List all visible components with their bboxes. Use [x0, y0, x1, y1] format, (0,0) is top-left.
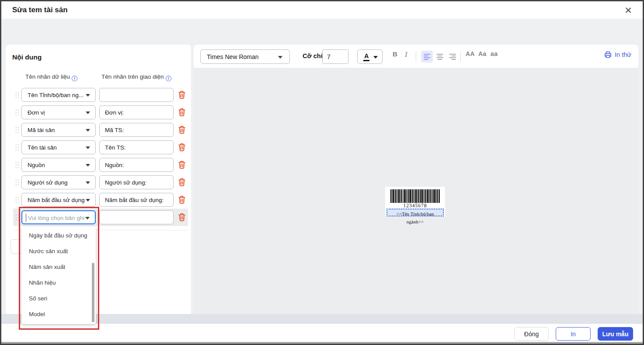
- data-label-select[interactable]: Đơn vị: [21, 105, 96, 119]
- selected-field-element[interactable]: <<Tên Tỉnh/bộ/ban ngành>>: [386, 209, 444, 216]
- select-value: Tên tài sản: [28, 144, 57, 151]
- ui-label-input[interactable]: [99, 88, 174, 102]
- drag-handle-icon[interactable]: [14, 126, 19, 134]
- select-value: Tên Tỉnh/bộ/ban ng...: [28, 92, 84, 98]
- trash-icon[interactable]: [177, 178, 187, 187]
- column-header-ui-label: Tên nhãn trên giao diệni: [101, 73, 171, 81]
- uppercase-button[interactable]: AA: [466, 50, 475, 57]
- label-card: 12345678 <<Tên Tỉnh/bộ/ban ngành>>: [385, 187, 445, 216]
- font-size-input[interactable]: [322, 49, 348, 64]
- italic-button[interactable]: I: [405, 50, 407, 59]
- trash-icon[interactable]: [177, 160, 187, 170]
- align-center-button[interactable]: [434, 51, 446, 63]
- close-icon[interactable]: ✕: [622, 4, 635, 17]
- ui-label-input[interactable]: [99, 158, 174, 172]
- bold-button[interactable]: B: [393, 50, 397, 58]
- chevron-down-icon: [86, 112, 90, 114]
- trash-icon[interactable]: [177, 195, 187, 205]
- font-color-letter: A: [363, 52, 369, 61]
- trash-icon[interactable]: [177, 143, 187, 152]
- record-dropdown-list: Ngày bắt đầu sử dụng Nước sản xuất Năm s…: [21, 227, 96, 324]
- ui-label-input[interactable]: [99, 140, 174, 154]
- drag-handle-icon[interactable]: [14, 161, 19, 169]
- field-row: Tên tài sản: [6, 140, 191, 154]
- dropdown-option[interactable]: Nhãn hiệu: [21, 275, 96, 291]
- field-row: Mã tài sản: [6, 123, 191, 137]
- font-color-button[interactable]: A: [357, 49, 383, 64]
- drag-handle-icon[interactable]: [14, 91, 19, 99]
- data-label-select[interactable]: Năm bắt đầu sử dụng: [21, 193, 96, 207]
- drag-handle-icon[interactable]: [14, 108, 19, 117]
- select-value: Người sử dụng: [28, 179, 67, 186]
- data-label-select[interactable]: Tên Tỉnh/bộ/ban ng...: [21, 88, 96, 102]
- data-label-select[interactable]: Người sử dụng: [21, 175, 96, 189]
- toolbar-divider: [416, 51, 416, 62]
- data-label-select-open[interactable]: Vui lòng chọn bản ghi: [21, 210, 96, 224]
- chevron-down-icon: [86, 181, 90, 184]
- field-row: Tên Tỉnh/bộ/ban ng...: [6, 88, 191, 102]
- dialog-title: Sửa tem tài sản: [12, 6, 68, 14]
- trash-icon[interactable]: [177, 125, 187, 135]
- drag-handle-icon[interactable]: [14, 178, 19, 187]
- dropdown-option[interactable]: Số seri: [21, 291, 96, 307]
- trash-icon[interactable]: [177, 213, 187, 222]
- chevron-down-icon: [86, 129, 90, 132]
- chevron-down-icon: [85, 217, 90, 220]
- data-label-select[interactable]: Mã tài sản: [21, 123, 96, 137]
- field-row: Năm bắt đầu sử dụng: [6, 193, 191, 207]
- label-preview-area: 12345678 <<Tên Tỉnh/bộ/ban ngành>>: [194, 68, 638, 332]
- content-panel: Nội dung Tên nhãn dữ liệui Tên nhãn trên…: [6, 45, 191, 332]
- field-row-active: Vui lòng chọn bản ghi: [6, 210, 191, 224]
- drag-handle-icon[interactable]: [14, 143, 19, 152]
- drag-handle-icon[interactable]: [14, 196, 19, 204]
- dropdown-option[interactable]: Ngày bắt đầu sử dụng: [21, 228, 96, 244]
- toolbar-divider: [460, 51, 461, 62]
- chevron-down-icon: [373, 56, 378, 59]
- info-icon[interactable]: i: [166, 76, 171, 81]
- text-cursor: [26, 214, 26, 222]
- capitalize-button[interactable]: Aa: [478, 50, 487, 57]
- select-value: Mã tài sản: [28, 127, 55, 133]
- trash-icon[interactable]: [177, 90, 187, 100]
- column-header-text: Tên nhãn dữ liệu: [25, 73, 70, 80]
- ui-label-input[interactable]: [99, 193, 174, 207]
- align-left-button[interactable]: [421, 51, 433, 63]
- chevron-down-icon: [86, 199, 90, 202]
- ui-label-input[interactable]: [99, 175, 174, 189]
- info-icon[interactable]: i: [72, 76, 77, 81]
- trash-icon[interactable]: [177, 108, 187, 117]
- footer-separator: [1, 314, 643, 324]
- lowercase-button[interactable]: aa: [491, 50, 498, 57]
- drag-handle-icon[interactable]: [14, 213, 19, 222]
- ui-label-input[interactable]: [99, 210, 174, 224]
- ui-label-input[interactable]: [99, 105, 174, 119]
- dialog-titlebar: Sửa tem tài sản ✕: [1, 1, 643, 19]
- dropdown-scrollbar[interactable]: [92, 263, 94, 322]
- column-header-data-label: Tên nhãn dữ liệui: [25, 73, 77, 81]
- section-title: Nội dung: [12, 53, 42, 61]
- font-family-select[interactable]: Times New Roman: [200, 49, 290, 64]
- dropdown-option[interactable]: Model: [21, 307, 96, 322]
- dropdown-option[interactable]: Năm sản xuất: [21, 259, 96, 275]
- dropdown-option[interactable]: Nước sản xuất: [21, 244, 96, 259]
- field-tag-text: <<Tên Tỉnh/bộ/ban ngành>>: [397, 211, 434, 224]
- close-button[interactable]: Đóng: [514, 327, 549, 341]
- data-label-select[interactable]: Tên tài sản: [21, 140, 96, 154]
- save-template-button[interactable]: Lưu mẫu: [598, 327, 633, 341]
- select-value: Times New Roman: [207, 53, 259, 60]
- preview-panel: Times New Roman Cỡ chữ A B I: [194, 45, 638, 332]
- print-button[interactable]: In: [556, 327, 591, 341]
- field-row: Nguồn: [6, 158, 191, 172]
- add-row-button[interactable]: [10, 239, 23, 254]
- chevron-down-icon: [86, 146, 90, 149]
- select-value: Năm bắt đầu sử dụng: [28, 197, 85, 203]
- print-test-link[interactable]: In thử: [604, 51, 631, 58]
- data-label-select[interactable]: Nguồn: [21, 158, 96, 172]
- align-right-button[interactable]: [446, 51, 458, 63]
- ui-label-input[interactable]: [99, 123, 174, 137]
- printer-icon: [604, 51, 612, 58]
- chevron-down-icon: [278, 56, 282, 59]
- barcode-image[interactable]: [390, 189, 440, 203]
- format-toolbar: Times New Roman Cỡ chữ A B I: [194, 45, 638, 68]
- chevron-down-icon: [86, 94, 90, 97]
